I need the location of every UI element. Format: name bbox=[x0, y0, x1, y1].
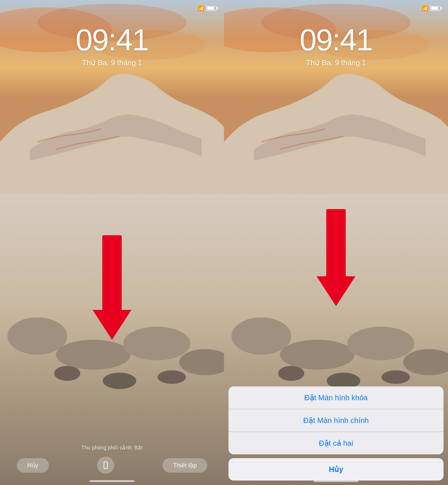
action-sheet-options-group: Đặt Màn hình khóa Đặt Màn hình chính Đặt… bbox=[228, 386, 444, 454]
set-home-screen-button[interactable]: Đặt Màn hình chính bbox=[228, 409, 444, 432]
left-phone-panel: 📶 09:41 Thứ Ba, 9 tháng 1 Thu phóng phối… bbox=[0, 0, 224, 485]
svg-point-6 bbox=[56, 340, 131, 370]
status-bar-left: 📶 bbox=[0, 0, 224, 16]
svg-point-9 bbox=[54, 366, 80, 381]
wifi-icon-right: 📶 bbox=[421, 5, 428, 11]
status-bar-right: 📶 bbox=[224, 0, 448, 16]
home-indicator-left bbox=[90, 480, 134, 482]
set-lock-screen-button[interactable]: Đặt Màn hình khóa bbox=[228, 386, 444, 409]
red-arrow-right bbox=[317, 209, 355, 306]
date-display-right: Thứ Ba, 9 tháng 1 bbox=[224, 58, 448, 67]
svg-rect-12 bbox=[104, 462, 107, 469]
right-phone-panel: 📶 09:41 Thứ Ba, 9 tháng 1 Đặt Màn hình k… bbox=[224, 0, 448, 485]
wifi-icon-left: 📶 bbox=[197, 5, 204, 11]
svg-point-7 bbox=[123, 327, 190, 360]
svg-point-23 bbox=[278, 366, 304, 381]
phone-icon bbox=[102, 461, 110, 469]
svg-point-10 bbox=[103, 373, 136, 389]
date-display-left: Thứ Ba, 9 tháng 1 bbox=[0, 58, 224, 67]
clock-left: 09:41 Thứ Ba, 9 tháng 1 bbox=[0, 22, 224, 67]
bottom-buttons: Hủy Thiết lập bbox=[17, 457, 207, 474]
svg-point-25 bbox=[382, 370, 410, 384]
red-arrow-left bbox=[93, 235, 131, 340]
phone-setup-icon-button[interactable] bbox=[97, 457, 114, 474]
svg-point-11 bbox=[158, 370, 186, 384]
setup-button[interactable]: Thiết lập bbox=[162, 458, 207, 473]
time-display-left: 09:41 bbox=[0, 22, 224, 57]
action-sheet: Đặt Màn hình khóa Đặt Màn hình chính Đặt… bbox=[224, 386, 448, 485]
time-display-right: 09:41 bbox=[224, 22, 448, 57]
cancel-button-left[interactable]: Hủy bbox=[17, 458, 49, 473]
svg-point-21 bbox=[347, 327, 414, 360]
battery-icon-right bbox=[430, 6, 441, 11]
clock-right: 09:41 Thứ Ba, 9 tháng 1 bbox=[224, 22, 448, 67]
svg-point-20 bbox=[280, 340, 355, 370]
status-icons-right: 📶 bbox=[421, 5, 441, 11]
perspective-label: Thu phóng phối cảnh: Bật bbox=[81, 445, 143, 451]
battery-icon-left bbox=[206, 6, 217, 11]
svg-point-5 bbox=[7, 317, 67, 355]
svg-point-19 bbox=[231, 317, 291, 355]
set-both-button[interactable]: Đặt cả hai bbox=[228, 432, 444, 454]
status-icons-left: 📶 bbox=[197, 5, 217, 11]
cancel-button-right[interactable]: Hủy bbox=[228, 458, 444, 481]
action-sheet-cancel-group: Hủy bbox=[228, 458, 444, 481]
action-sheet-overlay: Đặt Màn hình khóa Đặt Màn hình chính Đặt… bbox=[224, 386, 448, 485]
bottom-bar-left: Thu phóng phối cảnh: Bật Hủy Thiết lập bbox=[0, 445, 224, 474]
